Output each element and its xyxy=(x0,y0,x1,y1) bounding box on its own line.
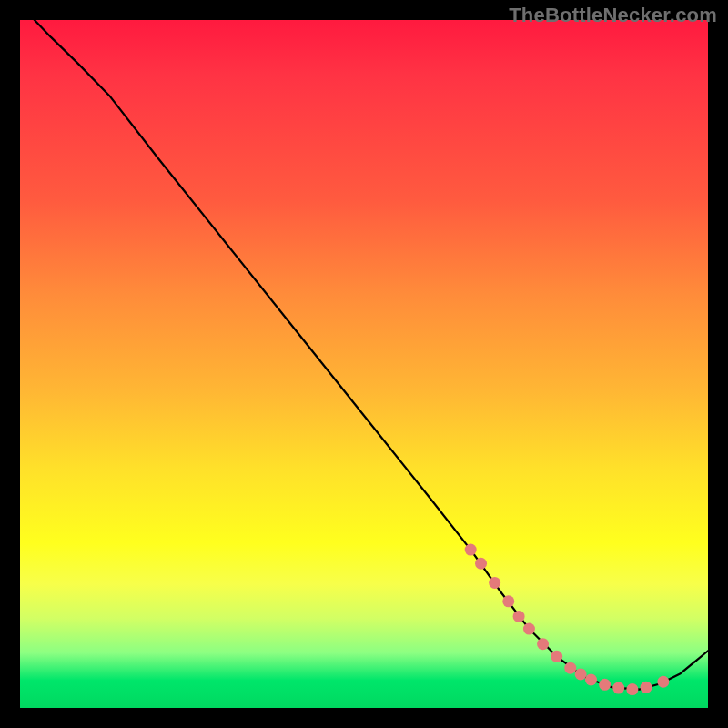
plot-gradient-area xyxy=(20,20,708,708)
curve-dot xyxy=(640,682,652,693)
watermark-label: TheBottleNecker.com xyxy=(509,4,717,27)
curve-dot xyxy=(657,676,669,688)
curve-dot xyxy=(575,668,587,680)
curve-dot xyxy=(502,595,514,607)
curve-dot xyxy=(475,558,487,570)
curve-dot xyxy=(537,638,549,650)
curve-svg xyxy=(20,20,708,708)
curve-dot xyxy=(489,577,500,589)
curve-dot xyxy=(564,662,576,674)
curve-dot xyxy=(612,682,624,694)
curve-dot xyxy=(585,674,597,686)
curve-dot xyxy=(465,544,477,556)
curve-dot xyxy=(551,651,562,662)
curve-dot xyxy=(523,623,535,635)
curve-dot xyxy=(513,611,525,622)
chart-stage: TheBottleNecker.com xyxy=(0,0,728,728)
curve-dot xyxy=(599,679,611,691)
bottleneck-curve xyxy=(35,20,708,690)
curve-dots xyxy=(465,544,670,695)
curve-dot xyxy=(626,683,638,695)
